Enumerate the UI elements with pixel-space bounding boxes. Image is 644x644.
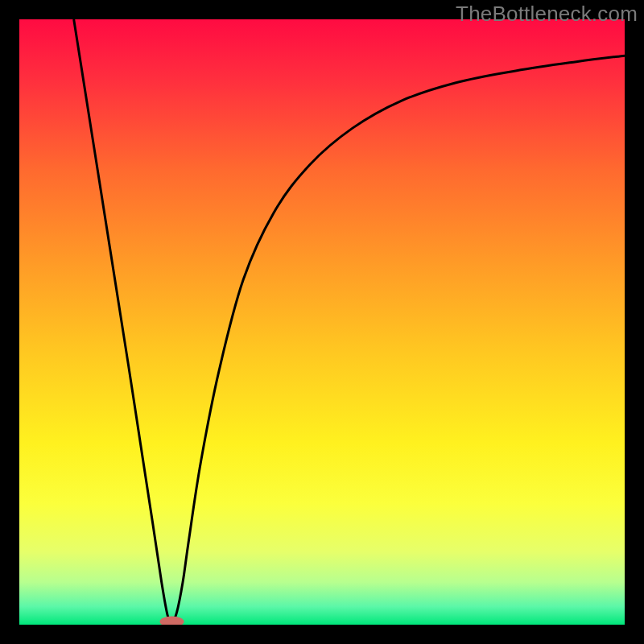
bottleneck-chart <box>19 19 625 625</box>
chart-frame <box>19 19 625 625</box>
watermark-text: TheBottleneck.com <box>456 2 638 27</box>
gradient-background <box>19 19 625 625</box>
